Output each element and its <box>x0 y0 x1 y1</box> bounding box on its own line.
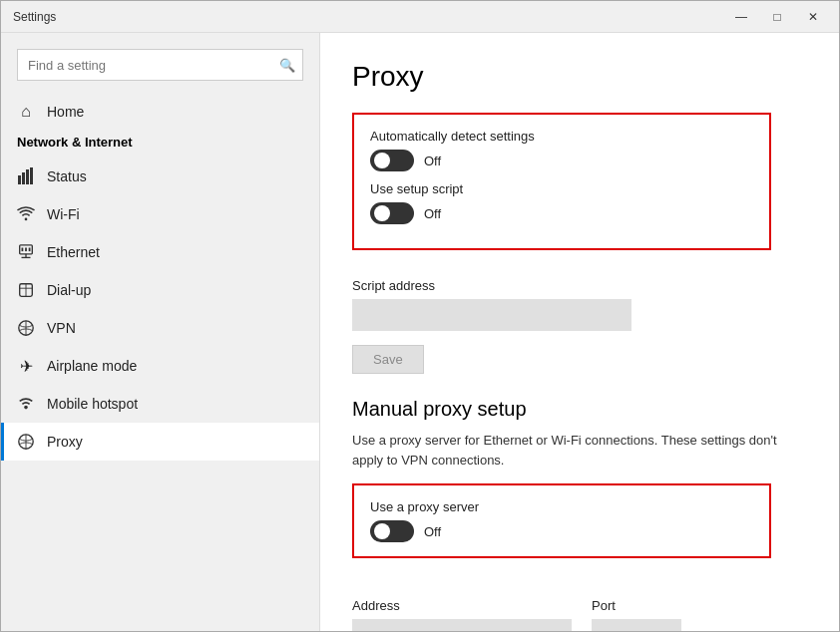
sidebar-item-airplane[interactable]: ✈ Airplane mode <box>1 347 319 385</box>
auto-detect-toggle[interactable] <box>370 150 414 171</box>
window-controls: — □ ✕ <box>727 7 827 27</box>
address-field: Address <box>352 586 572 631</box>
sidebar-item-home[interactable]: ⌂ Home <box>1 93 319 131</box>
sidebar-item-label: Proxy <box>47 434 83 450</box>
dialup-icon <box>17 281 35 299</box>
sidebar-item-wifi[interactable]: Wi-Fi <box>1 195 319 233</box>
sidebar-item-label: Home <box>47 104 84 120</box>
sidebar-item-hotspot[interactable]: Mobile hotspot <box>1 385 319 423</box>
auto-detect-label: Automatically detect settings <box>370 129 753 144</box>
auto-detect-toggle-row: Off <box>370 150 753 171</box>
airplane-icon: ✈ <box>17 357 35 375</box>
maximize-button[interactable]: □ <box>763 7 791 27</box>
use-proxy-label: Use a proxy server <box>370 499 753 514</box>
settings-window: Settings — □ ✕ 🔍 ⌂ Home Network & Intern… <box>0 0 840 632</box>
status-icon <box>17 167 35 185</box>
svg-point-15 <box>24 406 28 410</box>
hotspot-icon <box>17 395 35 413</box>
sidebar-item-vpn[interactable]: VPN <box>1 309 319 347</box>
auto-detect-section: Automatically detect settings Off Use se… <box>352 113 771 250</box>
script-address-label: Script address <box>352 278 807 293</box>
vpn-icon <box>17 319 35 337</box>
manual-proxy-title: Manual proxy setup <box>352 398 807 421</box>
sidebar-item-label: Airplane mode <box>47 358 137 374</box>
use-proxy-toggle-row: Off <box>370 520 753 542</box>
use-proxy-section: Use a proxy server Off <box>352 483 771 558</box>
svg-rect-7 <box>22 248 24 252</box>
address-label: Address <box>352 598 572 613</box>
address-port-row: Address Port <box>352 586 807 631</box>
port-input[interactable] <box>592 619 681 631</box>
setup-script-toggle-label: Off <box>424 206 441 221</box>
sidebar-item-ethernet[interactable]: Ethernet <box>1 233 319 271</box>
svg-rect-9 <box>29 248 31 252</box>
sidebar-item-label: Dial-up <box>47 282 91 298</box>
ethernet-icon <box>17 243 35 261</box>
svg-rect-8 <box>25 248 27 252</box>
setup-script-knob <box>374 205 390 221</box>
main-content: Proxy Automatically detect settings Off … <box>320 33 839 631</box>
svg-rect-1 <box>22 172 25 184</box>
use-proxy-knob <box>374 523 390 539</box>
sidebar-item-status[interactable]: Status <box>1 158 319 195</box>
sidebar-item-label: Mobile hotspot <box>47 396 138 412</box>
svg-rect-2 <box>26 169 29 184</box>
sidebar-section-network: Network & Internet <box>1 131 319 158</box>
sidebar-item-proxy[interactable]: Proxy <box>1 423 319 461</box>
manual-description: Use a proxy server for Ethernet or Wi-Fi… <box>352 431 791 470</box>
sidebar-item-label: Wi-Fi <box>47 206 80 222</box>
sidebar-item-label: Ethernet <box>47 244 100 260</box>
setup-script-toggle[interactable] <box>370 202 414 224</box>
svg-rect-3 <box>30 167 33 184</box>
script-address-input[interactable] <box>352 299 631 331</box>
auto-detect-knob <box>374 153 390 168</box>
sidebar: 🔍 ⌂ Home Network & Internet Status Wi-Fi <box>1 33 320 631</box>
svg-rect-0 <box>18 175 21 184</box>
auto-detect-toggle-label: Off <box>424 154 441 168</box>
search-icon: 🔍 <box>279 58 295 73</box>
setup-script-row: Use setup script Off <box>370 181 753 224</box>
sidebar-item-label: VPN <box>47 320 76 336</box>
wifi-icon <box>17 205 35 223</box>
home-icon: ⌂ <box>17 103 35 121</box>
proxy-icon <box>17 433 35 451</box>
titlebar: Settings — □ ✕ <box>1 1 839 33</box>
save-button[interactable]: Save <box>352 345 424 374</box>
setup-script-toggle-row: Off <box>370 202 753 224</box>
sidebar-item-label: Status <box>47 168 87 184</box>
port-field: Port <box>592 586 681 631</box>
address-input[interactable] <box>352 619 572 631</box>
use-proxy-toggle[interactable] <box>370 520 414 542</box>
auto-detect-row: Automatically detect settings Off <box>370 129 753 171</box>
use-proxy-toggle-label: Off <box>424 524 441 539</box>
minimize-button[interactable]: — <box>727 7 755 27</box>
sidebar-item-dialup[interactable]: Dial-up <box>1 271 319 309</box>
window-title: Settings <box>13 10 56 24</box>
port-label: Port <box>592 598 681 613</box>
page-title: Proxy <box>352 61 807 93</box>
window-content: 🔍 ⌂ Home Network & Internet Status Wi-Fi <box>1 33 839 631</box>
close-button[interactable]: ✕ <box>799 7 827 27</box>
setup-script-label: Use setup script <box>370 181 753 196</box>
search-input[interactable] <box>17 49 303 81</box>
search-container: 🔍 <box>17 49 303 81</box>
